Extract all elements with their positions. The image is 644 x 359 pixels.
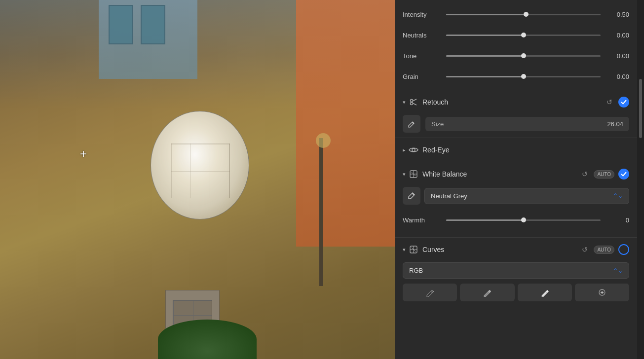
wb-auto-badge[interactable]: AUTO (594, 170, 614, 179)
retouch-actions: ↺ (605, 97, 629, 108)
intensity-value: 0.50 (605, 11, 629, 18)
curves-reset-btn[interactable]: ↺ (580, 245, 590, 254)
grain-thumb[interactable] (521, 74, 526, 79)
wb-neutral-grey-dropdown[interactable]: Neutral Grey ⌃⌄ (424, 188, 629, 204)
warmth-row: Warmth 0 (403, 210, 629, 230)
svg-point-0 (411, 100, 413, 102)
divider-3 (395, 162, 637, 162)
retouch-tool-row: Size 26.04 (403, 115, 629, 133)
wb-check-circle[interactable] (618, 169, 629, 180)
wb-dropdown-row: Neutral Grey ⌃⌄ (403, 187, 629, 205)
curves-dropdown-arrow-icon: ⌃⌄ (613, 267, 623, 274)
retouch-reset-btn[interactable]: ↺ (605, 97, 614, 107)
retouch-content: Size 26.04 (395, 113, 637, 137)
retouch-size-label: Size (431, 120, 444, 128)
retouch-size-box[interactable]: Size 26.04 (425, 117, 629, 131)
curves-add-point-btn[interactable] (575, 284, 629, 301)
retouch-title: Retouch (422, 98, 605, 106)
grain-track (446, 76, 601, 77)
crosshair-cursor: + (80, 148, 87, 160)
grain-slider[interactable] (446, 76, 601, 77)
retouch-icon (409, 97, 418, 107)
neutrals-label: Neutrals (403, 32, 442, 39)
neutrals-value: 0.00 (605, 32, 629, 39)
retouch-check-circle[interactable] (618, 97, 629, 108)
intensity-thumb[interactable] (524, 12, 529, 17)
sliders-section: Intensity 0.50 Neutrals (395, 0, 637, 89)
wb-reset-btn[interactable]: ↺ (580, 169, 590, 179)
curves-actions: ↺ AUTO (580, 244, 629, 255)
wb-title: White Balance (422, 170, 580, 178)
curves-mid-point-btn[interactable] (460, 284, 514, 301)
intensity-fill (446, 14, 524, 15)
svg-line-3 (413, 103, 417, 105)
scrollbar-track[interactable] (637, 0, 644, 359)
tone-value: 0.00 (605, 52, 629, 60)
curves-icon (409, 245, 418, 254)
wb-eyedropper-btn[interactable] (403, 187, 420, 205)
curves-auto-badge[interactable]: AUTO (594, 246, 614, 254)
wb-icon (409, 169, 418, 179)
red-eye-chevron: ▸ (403, 147, 406, 153)
tone-track (446, 55, 601, 57)
warmth-value: 0 (605, 216, 629, 224)
intensity-label: Intensity (403, 11, 442, 18)
divider-2 (395, 138, 637, 138)
red-eye-section-header[interactable]: ▸ Red-Eye (395, 139, 637, 161)
curves-dropdown-row: RGB ⌃⌄ (403, 262, 629, 279)
curves-title: Curves (422, 246, 580, 253)
warmth-slider[interactable] (446, 219, 601, 221)
warmth-label: Warmth (403, 216, 442, 224)
retouch-size-value: 26.04 (607, 120, 623, 128)
curves-light-point-btn[interactable] (518, 284, 572, 301)
scrollbar-thumb[interactable] (639, 79, 642, 138)
right-panel: Intensity 0.50 Neutrals (395, 0, 644, 359)
intensity-track (446, 14, 601, 15)
curves-toolbar (403, 284, 629, 301)
wb-dropdown-label: Neutral Grey (431, 192, 467, 200)
red-eye-icon (409, 145, 418, 155)
curves-content: RGB ⌃⌄ (395, 260, 637, 307)
neutrals-slider[interactable] (446, 35, 601, 36)
retouch-tool-pencil-btn[interactable] (403, 115, 420, 133)
curves-chevron: ▾ (403, 247, 406, 253)
neutrals-track (446, 35, 601, 36)
intensity-slider[interactable] (446, 14, 601, 15)
curves-rgb-dropdown[interactable]: RGB ⌃⌄ (403, 262, 629, 279)
tone-thumb[interactable] (521, 53, 526, 58)
warmth-track (446, 219, 601, 221)
svg-line-2 (413, 99, 417, 101)
wb-content: Neutral Grey ⌃⌄ Warmth 0 (395, 185, 637, 236)
curves-section-header[interactable]: ▾ Curves ↺ AUTO (395, 239, 637, 260)
retouch-section-header[interactable]: ▾ Retouch ↺ (395, 91, 637, 113)
wb-actions: ↺ AUTO (580, 169, 629, 180)
retouch-overlay-circle[interactable] (151, 111, 249, 219)
panel-scroll-content[interactable]: Intensity 0.50 Neutrals (395, 0, 637, 359)
white-balance-section-header[interactable]: ▾ White Balance ↺ AUTO (395, 163, 637, 185)
tone-fill (446, 55, 524, 57)
red-eye-title: Red-Eye (422, 146, 629, 154)
wb-dropdown-arrow-icon: ⌃⌄ (613, 192, 623, 199)
grain-row: Grain 0.00 (395, 66, 637, 87)
warmth-thumb[interactable] (521, 217, 526, 222)
photo-canvas: + (0, 0, 395, 359)
grain-fill (446, 76, 524, 77)
grain-label: Grain (403, 73, 442, 80)
curves-check-outline[interactable] (618, 244, 629, 255)
retouch-chevron: ▾ (403, 99, 406, 106)
wb-chevron: ▾ (403, 171, 406, 178)
curves-dropdown-label: RGB (409, 267, 423, 274)
curves-dark-point-btn[interactable] (403, 284, 457, 301)
divider-4 (395, 237, 637, 238)
tone-label: Tone (403, 52, 442, 60)
svg-point-5 (412, 148, 415, 151)
tone-slider[interactable] (446, 55, 601, 57)
neutrals-row: Neutrals 0.00 (395, 25, 637, 45)
tone-row: Tone 0.00 (395, 45, 637, 66)
grain-value: 0.00 (605, 73, 629, 80)
neutrals-fill (446, 35, 524, 36)
neutrals-thumb[interactable] (521, 33, 526, 37)
svg-point-1 (411, 103, 413, 105)
warmth-fill (446, 219, 524, 221)
divider-1 (395, 90, 637, 90)
